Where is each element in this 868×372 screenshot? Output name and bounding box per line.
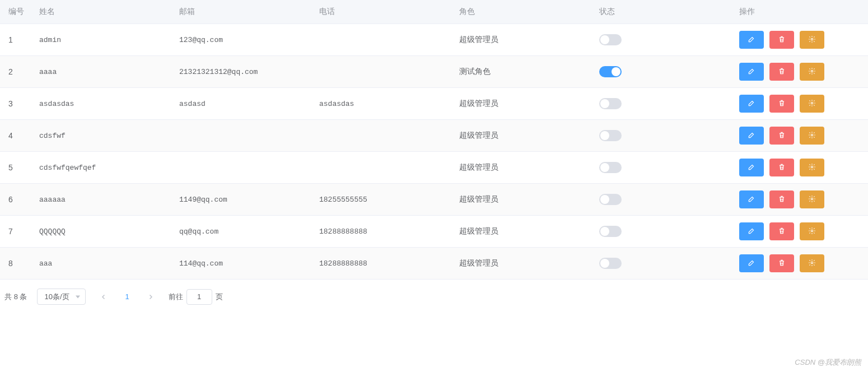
header-email: 邮箱 bbox=[174, 0, 314, 24]
delete-button[interactable] bbox=[769, 159, 794, 176]
table-row: 2 aaaa 21321321312@qq.com 测试角色 bbox=[0, 56, 868, 88]
page-jump-input[interactable] bbox=[186, 289, 212, 305]
cell-name: cdsfwf bbox=[34, 120, 174, 152]
delete-button[interactable] bbox=[769, 127, 794, 145]
cell-action bbox=[734, 88, 868, 120]
header-phone: 电话 bbox=[314, 0, 454, 24]
cell-phone: 18255555555 bbox=[314, 184, 454, 216]
edit-button[interactable] bbox=[739, 63, 764, 81]
cell-role: 超级管理员 bbox=[454, 248, 594, 280]
user-table: 编号 姓名 邮箱 电话 角色 状态 操作 1 admin 123@qq.com … bbox=[0, 0, 868, 280]
settings-button[interactable] bbox=[800, 63, 824, 81]
settings-button[interactable] bbox=[800, 31, 824, 49]
cell-action bbox=[734, 216, 868, 248]
gear-icon bbox=[808, 195, 816, 204]
cell-id: 5 bbox=[0, 152, 34, 184]
settings-button[interactable] bbox=[800, 222, 824, 240]
status-toggle[interactable] bbox=[599, 130, 622, 141]
pagination: 共 8 条 10条/页 1 前往 页 bbox=[0, 280, 868, 314]
edit-icon bbox=[748, 227, 755, 236]
next-page-button[interactable] bbox=[143, 291, 158, 303]
delete-button[interactable] bbox=[769, 254, 794, 272]
cell-status bbox=[594, 24, 734, 56]
cell-status bbox=[594, 216, 734, 248]
cell-id: 6 bbox=[0, 184, 34, 216]
cell-phone: asdasdas bbox=[314, 88, 454, 120]
delete-button[interactable] bbox=[769, 222, 794, 240]
settings-button[interactable] bbox=[800, 159, 824, 176]
gear-icon bbox=[808, 67, 816, 77]
cell-action bbox=[734, 184, 868, 216]
svg-point-0 bbox=[811, 38, 813, 40]
cell-phone bbox=[314, 120, 454, 152]
table-row: 4 cdsfwf 超级管理员 bbox=[0, 120, 868, 152]
cell-name: asdasdas bbox=[34, 88, 174, 120]
table-row: 1 admin 123@qq.com 超级管理员 bbox=[0, 24, 868, 56]
cell-action bbox=[734, 248, 868, 280]
gear-icon bbox=[808, 131, 816, 141]
settings-button[interactable] bbox=[800, 95, 824, 113]
edit-button[interactable] bbox=[739, 95, 764, 113]
gear-icon bbox=[808, 227, 816, 236]
settings-button[interactable] bbox=[800, 254, 824, 272]
cell-phone bbox=[314, 152, 454, 184]
page-number[interactable]: 1 bbox=[122, 292, 132, 301]
delete-button[interactable] bbox=[769, 31, 794, 49]
settings-button[interactable] bbox=[800, 127, 824, 145]
cell-id: 8 bbox=[0, 248, 34, 280]
chevron-right-icon bbox=[147, 294, 154, 300]
status-toggle[interactable] bbox=[599, 98, 622, 109]
table-row: 3 asdasdas asdasd asdasdas 超级管理员 bbox=[0, 88, 868, 120]
cell-action bbox=[734, 120, 868, 152]
status-toggle[interactable] bbox=[599, 162, 622, 173]
edit-button[interactable] bbox=[739, 127, 764, 145]
cell-email: 114@qq.com bbox=[174, 248, 314, 280]
edit-button[interactable] bbox=[739, 31, 764, 49]
status-toggle[interactable] bbox=[599, 194, 622, 205]
cell-status bbox=[594, 152, 734, 184]
cell-action bbox=[734, 152, 868, 184]
edit-button[interactable] bbox=[739, 222, 764, 240]
pagination-total: 共 8 条 bbox=[4, 292, 27, 302]
delete-button[interactable] bbox=[769, 190, 794, 208]
cell-phone bbox=[314, 24, 454, 56]
cell-role: 测试角色 bbox=[454, 56, 594, 88]
cell-role: 超级管理员 bbox=[454, 24, 594, 56]
cell-status bbox=[594, 184, 734, 216]
status-toggle[interactable] bbox=[599, 226, 622, 237]
table-row: 8 aaa 114@qq.com 18288888888 超级管理员 bbox=[0, 248, 868, 280]
svg-point-3 bbox=[811, 134, 813, 136]
cell-name: aaaaaa bbox=[34, 184, 174, 216]
page-size-select[interactable]: 10条/页 bbox=[37, 289, 86, 305]
status-toggle[interactable] bbox=[599, 258, 622, 269]
cell-status bbox=[594, 56, 734, 88]
cell-role: 超级管理员 bbox=[454, 216, 594, 248]
cell-name: aaa bbox=[34, 248, 174, 280]
cell-name: aaaa bbox=[34, 56, 174, 88]
trash-icon bbox=[778, 99, 786, 109]
prev-page-button[interactable] bbox=[96, 291, 111, 303]
trash-icon bbox=[778, 131, 786, 141]
delete-button[interactable] bbox=[769, 95, 794, 113]
edit-button[interactable] bbox=[739, 254, 764, 272]
cell-phone bbox=[314, 56, 454, 88]
cell-email: asdasd bbox=[174, 88, 314, 120]
edit-button[interactable] bbox=[739, 190, 764, 208]
cell-id: 4 bbox=[0, 120, 34, 152]
status-toggle[interactable] bbox=[599, 34, 622, 45]
header-status: 状态 bbox=[594, 0, 734, 24]
edit-button[interactable] bbox=[739, 159, 764, 176]
status-toggle[interactable] bbox=[599, 66, 622, 77]
settings-button[interactable] bbox=[800, 190, 824, 208]
page-jump: 前往 页 bbox=[169, 289, 223, 305]
cell-status bbox=[594, 120, 734, 152]
trash-icon bbox=[778, 227, 786, 236]
trash-icon bbox=[778, 195, 786, 204]
cell-id: 2 bbox=[0, 56, 34, 88]
cell-email: qq@qq.com bbox=[174, 216, 314, 248]
cell-id: 1 bbox=[0, 24, 34, 56]
table-row: 5 cdsfwfqewfqef 超级管理员 bbox=[0, 152, 868, 184]
delete-button[interactable] bbox=[769, 63, 794, 81]
cell-role: 超级管理员 bbox=[454, 120, 594, 152]
header-action: 操作 bbox=[734, 0, 868, 24]
